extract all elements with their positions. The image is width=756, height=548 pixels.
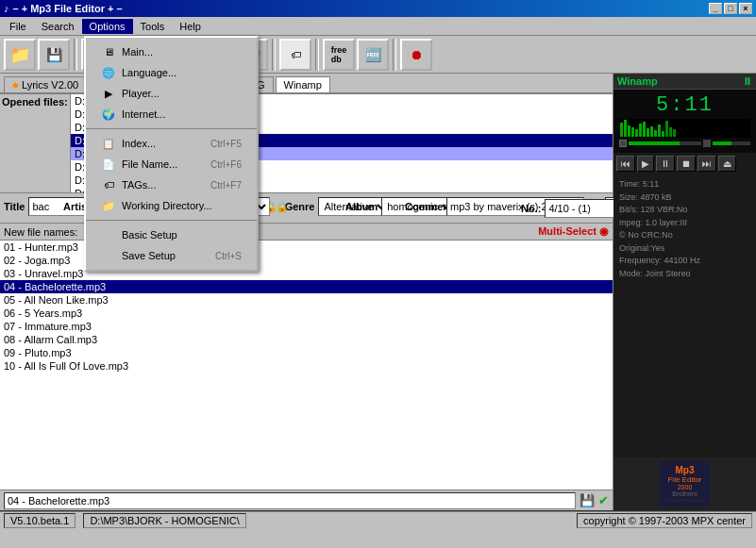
bar-1: [620, 123, 623, 137]
diamond-icon-1: ◆: [12, 80, 19, 90]
copyright-label: copyright © 1997-2003 MPX center: [577, 513, 752, 528]
winamp-info: Time: 5:11 Size: 4870 kB Bit/s: 128 VBR:…: [613, 174, 756, 457]
bar-8: [647, 128, 649, 137]
new-files-list[interactable]: 01 - Hunter.mp3 02 - Joga.mp3 03 - Unrav…: [0, 241, 613, 490]
internet-icon: 🌍: [101, 107, 116, 122]
new-file-item[interactable]: 09 - Pluto.mp3: [0, 346, 613, 359]
new-file-item-selected[interactable]: 04 - Bachelorette.mp3: [0, 280, 613, 293]
winamp-mode-info: Mode: Joint Stereo: [619, 268, 750, 281]
toolbar-open-button[interactable]: 📁: [4, 39, 36, 71]
toolbar-freedb-button[interactable]: freedb: [323, 39, 355, 71]
bar-12: [662, 131, 664, 137]
winamp-time-info: Time: 5:11: [619, 178, 750, 191]
new-file-item[interactable]: 06 - 5 Years.mp3: [0, 307, 613, 320]
toolbar-save-button[interactable]: 💾: [38, 39, 70, 71]
version-label: V5.10.beta.1: [4, 513, 76, 528]
winamp-display: 5:11: [613, 90, 756, 153]
winamp-bits-info: Bit/s: 128 VBR:No: [619, 204, 750, 217]
menu-options[interactable]: Options: [82, 19, 133, 34]
winamp-spectrum-bars: [619, 119, 750, 138]
save-icon-bottom[interactable]: 💾: [580, 493, 595, 507]
menu-section-3: Basic Setup Save Setup Ctrl+S: [86, 221, 257, 270]
winamp-volume-row: [619, 140, 750, 147]
bar-3: [628, 125, 630, 137]
menu-item-player[interactable]: ▶ Player...: [86, 83, 257, 104]
winamp-size-info: Size: 4870 kB: [619, 191, 750, 205]
winamp-vol-icon: [619, 140, 627, 147]
bar-2: [624, 120, 627, 137]
minimize-button[interactable]: _: [709, 3, 722, 14]
menu-item-basic-setup[interactable]: Basic Setup: [86, 224, 257, 245]
window-buttons: _ □ ×: [709, 3, 752, 14]
title-text: ♪ – + Mp3 File Editor + –: [4, 3, 123, 14]
winamp-volume-slider[interactable]: [629, 141, 701, 145]
index-icon: 📋: [101, 136, 116, 151]
maximize-button[interactable]: □: [724, 3, 737, 14]
multi-select-icon: ◉: [599, 225, 609, 237]
menu-item-internet[interactable]: 🌍 Internet...: [86, 104, 257, 125]
options-dropdown-menu: 🖥 Main... 🌐 Language... ▶ Player... 🌍 In…: [84, 36, 259, 272]
winamp-controls: ⏮ ▶ ⏸ ⏹ ⏭ ⏏: [613, 153, 756, 174]
toolbar-record-button[interactable]: ⏺: [400, 39, 432, 71]
winamp-mpeg-info: mpeg: 1.0 layer:III: [619, 217, 750, 230]
tags-icon: 🏷: [101, 177, 116, 192]
menu-item-main[interactable]: 🖥 Main...: [86, 42, 257, 62]
winamp-panel: Winamp ⏸ 5:11: [613, 74, 756, 510]
winamp-balance-slider[interactable]: [713, 141, 750, 145]
main-icon: 🖥: [101, 44, 116, 59]
workdir-icon: 📁: [101, 198, 116, 213]
winamp-frequency-info: Frequency: 44100 Hz: [619, 255, 750, 268]
menu-item-workdir[interactable]: 📁 Working Directory...: [86, 195, 257, 216]
winamp-pause-icon: ⏸: [742, 75, 752, 87]
filename-icon: 📄: [101, 157, 116, 172]
bar-4: [631, 127, 634, 137]
winamp-next-button[interactable]: ⏭: [697, 156, 716, 172]
new-file-item[interactable]: 10 - All Is Full Of Love.mp3: [0, 359, 613, 373]
new-file-item[interactable]: 07 - Immature.mp3: [0, 320, 613, 333]
winamp-play-button[interactable]: ▶: [637, 156, 654, 172]
toolbar-tag-button[interactable]: 🏷: [279, 39, 311, 71]
bar-5: [635, 129, 638, 137]
bar-6: [639, 124, 642, 137]
winamp-eject-button[interactable]: ⏏: [718, 156, 736, 172]
multi-select-label: Multi-Select ◉: [538, 225, 609, 238]
menu-item-language[interactable]: 🌐 Language...: [86, 62, 257, 83]
tab-winamp[interactable]: Winamp: [276, 76, 330, 92]
bottom-bar: 💾 ✔: [0, 490, 613, 510]
menu-search[interactable]: Search: [34, 19, 82, 34]
new-file-item[interactable]: 08 - Allarm Call.mp3: [0, 333, 613, 346]
menu-item-tags[interactable]: 🏷 TAGs... Ctrl+F7: [86, 174, 257, 195]
new-files-title: New file names:: [4, 226, 77, 238]
opened-files-label: Opened files:: [0, 94, 71, 192]
album-label: Album: [345, 201, 378, 212]
save-setup-icon: [101, 248, 116, 263]
winamp-prev-button[interactable]: ⏮: [616, 156, 635, 172]
menu-item-filename[interactable]: 📄 File Name... Ctrl+F6: [86, 154, 257, 174]
tab-lyrics[interactable]: ◆ Lyrics V2.00: [4, 76, 87, 92]
menu-tools[interactable]: Tools: [133, 19, 173, 34]
player-icon: ▶: [101, 86, 116, 101]
winamp-header: Winamp ⏸: [613, 74, 756, 90]
menu-item-save-setup[interactable]: Save Setup Ctrl+S: [86, 245, 257, 266]
bar-11: [658, 125, 661, 137]
menu-help[interactable]: Help: [172, 19, 209, 34]
menu-file[interactable]: File: [2, 19, 34, 34]
menu-item-index[interactable]: 📋 Index... Ctrl+F5: [86, 133, 257, 154]
close-button[interactable]: ×: [739, 3, 752, 14]
app-icon: ♪: [4, 3, 9, 14]
bar-13: [665, 121, 668, 137]
toolbar-freedb2-button[interactable]: 🆓: [357, 39, 389, 71]
new-file-item[interactable]: 05 - All Neon Like.mp3: [0, 293, 613, 307]
toolbar-separator-4: [272, 39, 276, 71]
current-file-input[interactable]: [4, 492, 576, 509]
language-icon: 🌐: [101, 65, 116, 80]
ok-icon-bottom[interactable]: ✔: [598, 493, 609, 507]
app-title: – + Mp3 File Editor + –: [13, 3, 123, 14]
winamp-pause-button[interactable]: ⏸: [656, 156, 675, 172]
menu-bar: File Search Options Tools Help 🖥 Main...…: [0, 17, 756, 36]
bar-14: [669, 127, 672, 137]
winamp-stop-button[interactable]: ⏹: [677, 156, 696, 172]
bar-10: [654, 130, 657, 137]
menu-section-1: 🖥 Main... 🌐 Language... ▶ Player... 🌍 In…: [86, 38, 257, 129]
winamp-copyright-info: © No CRC:No: [619, 229, 750, 242]
